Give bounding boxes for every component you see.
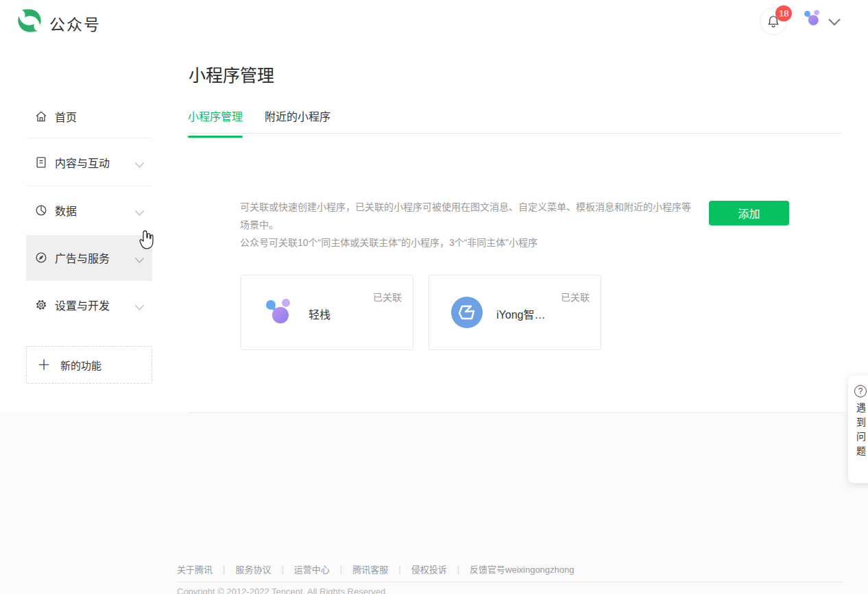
plus-icon: ＋ bbox=[37, 358, 51, 372]
wechat-official-account-logo-icon[interactable] bbox=[16, 8, 43, 34]
footer-links: 关于腾讯 | 服务协议 | 运营中心 | 腾讯客服 | 侵权投诉 | 反馈官号w… bbox=[177, 562, 575, 576]
footer-link-separator: | bbox=[457, 564, 459, 574]
sidebar-item-label: 广告与服务 bbox=[55, 249, 110, 266]
help-panel-label: 遇到问题 bbox=[854, 403, 867, 460]
copyright-text: Copyright © 2012-2022 Tencent. All Right… bbox=[177, 586, 388, 594]
footer-link-service-agreement[interactable]: 服务协议 bbox=[235, 562, 271, 576]
pie-chart-icon bbox=[34, 203, 48, 217]
miniprogram-name: 轻栈 bbox=[309, 306, 330, 322]
sidebar-item-label: 数据 bbox=[55, 202, 77, 219]
footer-divider bbox=[177, 582, 842, 582]
account-menu-chevron-down-icon[interactable] bbox=[828, 16, 841, 26]
account-avatar[interactable] bbox=[800, 8, 825, 33]
document-icon bbox=[34, 156, 48, 169]
app-title: 公众号 bbox=[49, 12, 101, 35]
gear-icon bbox=[34, 298, 48, 312]
sidebar-item-label: 设置与开发 bbox=[55, 297, 110, 313]
footer-link-feedback-account[interactable]: 反馈官号weixingongzhong bbox=[470, 562, 574, 576]
compass-icon bbox=[34, 251, 48, 264]
new-feature-label: 新的功能 bbox=[60, 358, 101, 372]
footer-link-separator: | bbox=[281, 564, 283, 574]
footer-link-tencent-support[interactable]: 腾讯客服 bbox=[352, 562, 388, 576]
sidebar-item-label: 内容与互动 bbox=[55, 154, 110, 171]
miniprogram-status-badge: 已关联 bbox=[373, 290, 402, 304]
page-title: 小程序管理 bbox=[189, 62, 274, 86]
sidebar: 首页 内容与互动 数据 广告与服务 bbox=[0, 41, 154, 452]
chevron-down-icon bbox=[134, 159, 145, 166]
footer-link-infringement-complaint[interactable]: 侵权投诉 bbox=[411, 562, 447, 576]
chevron-down-icon bbox=[134, 254, 145, 261]
notification-count-badge[interactable]: 18 bbox=[775, 5, 792, 21]
miniprogram-card-qingzhan[interactable]: 轻栈 已关联 bbox=[241, 275, 413, 350]
molecule-logo-icon bbox=[263, 296, 296, 329]
top-header: 公众号 18 bbox=[0, 0, 868, 41]
sidebar-item-ads-services[interactable]: 广告与服务 bbox=[0, 246, 154, 269]
footer-link-separator: | bbox=[398, 564, 400, 574]
miniprogram-status-badge: 已关联 bbox=[561, 290, 590, 304]
miniprogram-card-iyong[interactable]: iYong智… 已关联 bbox=[429, 275, 601, 350]
sidebar-item-label: 首页 bbox=[55, 108, 77, 125]
description-para1: 可关联或快速创建小程序，已关联的小程序可被使用在图文消息、自定义菜单、模板消息和… bbox=[240, 198, 691, 234]
footer-link-about-tencent[interactable]: 关于腾讯 bbox=[177, 562, 213, 576]
sidebar-separator bbox=[26, 138, 152, 138]
sidebar-separator bbox=[26, 186, 152, 186]
footer-link-separator: | bbox=[223, 564, 225, 574]
sidebar-item-home[interactable]: 首页 bbox=[0, 105, 154, 128]
add-button[interactable]: 添加 bbox=[709, 201, 789, 225]
miniprogram-name: iYong智… bbox=[496, 306, 545, 322]
chevron-down-icon bbox=[134, 301, 145, 308]
footer-link-separator: | bbox=[340, 564, 342, 574]
sidebar-item-data[interactable]: 数据 bbox=[0, 199, 154, 222]
description-text: 可关联或快速创建小程序，已关联的小程序可被使用在图文消息、自定义菜单、模板消息和… bbox=[240, 198, 691, 251]
help-panel[interactable]: ? 遇到问题 bbox=[848, 375, 868, 483]
avatar-molecule-icon bbox=[802, 8, 823, 29]
sidebar-item-settings-dev[interactable]: 设置与开发 bbox=[0, 293, 154, 317]
question-mark-icon: ? bbox=[854, 385, 867, 397]
new-feature-button[interactable]: ＋ 新的功能 bbox=[26, 346, 152, 384]
description-para2: 公众号可关联10个“同主体或关联主体”的小程序，3个“非同主体”小程序 bbox=[240, 234, 691, 251]
sidebar-item-content-interaction[interactable]: 内容与互动 bbox=[0, 151, 154, 174]
chevron-down-icon bbox=[134, 207, 145, 214]
footer-link-operation-center[interactable]: 运营中心 bbox=[294, 562, 330, 576]
home-icon bbox=[34, 110, 48, 123]
tabs-divider bbox=[188, 133, 842, 134]
iyong-logo-icon bbox=[450, 296, 483, 329]
